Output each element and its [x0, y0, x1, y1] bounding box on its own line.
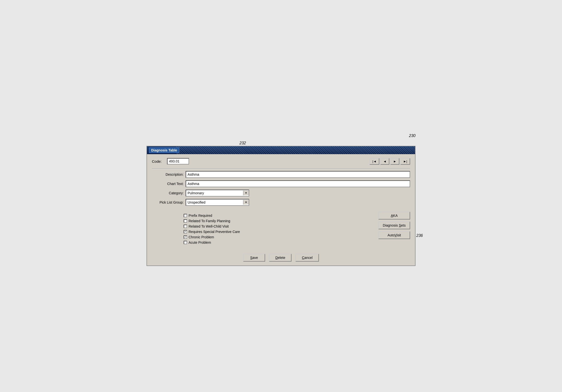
content-area: Prefix Required Related To Family Planni… [152, 210, 410, 246]
chart-text-input[interactable] [186, 180, 410, 187]
description-input[interactable] [186, 171, 410, 178]
description-label: Description: [152, 173, 184, 177]
pick-list-row: Pick List Group: Unspecified ▼ [152, 199, 410, 206]
dialog-body: Code: |◄ ◄ ► ►| Description: Chart Text: [147, 154, 415, 265]
chart-text-row: Chart Text: [152, 180, 410, 187]
category-row: Category: Pulmonary ▼ [152, 190, 410, 196]
save-label: Save [250, 256, 258, 260]
code-input[interactable] [167, 158, 189, 165]
category-label: Category: [152, 191, 184, 195]
pick-list-dropdown-arrow[interactable]: ▼ [243, 200, 249, 204]
left-content: Prefix Required Related To Family Planni… [152, 210, 375, 246]
checkbox-acute-problem-label: Acute Problem [188, 240, 211, 244]
diagnosis-sets-label: Diagnosis Sets [383, 223, 406, 227]
chart-text-label: Chart Text: [152, 182, 184, 186]
aka-label: AKA [391, 214, 398, 217]
pick-list-select[interactable]: Unspecified ▼ [186, 199, 249, 206]
checkbox-acute-problem-box[interactable] [184, 241, 187, 244]
checkbox-chronic-problem[interactable]: Chronic Problem [184, 235, 375, 239]
checkbox-chronic-problem-box[interactable] [184, 235, 187, 239]
nav-next-button[interactable]: ► [390, 158, 399, 165]
bottom-buttons: Save Delete Cancel [152, 252, 410, 261]
checkbox-related-well-child-label: Related To Well-Child Visit [188, 224, 229, 228]
description-row: Description: [152, 171, 410, 178]
checkbox-related-family[interactable]: Related To Family Planning [184, 219, 375, 223]
pick-list-value: Unspecified [186, 199, 243, 205]
checkbox-related-family-label: Related To Family Planning [188, 219, 230, 223]
save-button[interactable]: Save [243, 254, 265, 261]
checkbox-related-well-child[interactable]: Related To Well-Child Visit [184, 224, 375, 228]
checkbox-prefix-required[interactable]: Prefix Required [184, 214, 375, 217]
nav-prev-button[interactable]: ◄ [380, 158, 389, 165]
separator [152, 169, 410, 169]
checkbox-requires-preventive-label: Requires Special Preventive Care [188, 230, 240, 234]
nav-first-button[interactable]: |◄ [370, 158, 379, 165]
delete-label: Delete [275, 256, 285, 260]
page-container: 230 234 232 Diagnosis Table Code: |◄ ◄ ►… [146, 126, 416, 266]
category-select[interactable]: Pulmonary ▼ [186, 190, 249, 196]
annotation-230: 230 [409, 134, 416, 138]
checkbox-chronic-problem-label: Chronic Problem [188, 235, 214, 239]
top-row: Code: |◄ ◄ ► ►| [152, 158, 410, 165]
auto-visit-button[interactable]: AutoVisit [378, 231, 410, 239]
annotation-232: 232 [239, 141, 246, 145]
checkbox-related-well-child-box[interactable] [184, 225, 187, 228]
annotation-236: 236 [416, 233, 423, 238]
checkbox-prefix-required-label: Prefix Required [188, 214, 212, 217]
diagnosis-table-dialog: Diagnosis Table Code: |◄ ◄ ► ►| Descript… [146, 146, 416, 266]
checkbox-prefix-required-box[interactable] [184, 214, 187, 217]
cancel-label: Cancel [302, 256, 313, 260]
auto-visit-label: AutoVisit [387, 233, 401, 237]
checkboxes-section: Prefix Required Related To Family Planni… [152, 214, 375, 244]
pick-list-label: Pick List Group: [152, 200, 184, 204]
nav-last-button[interactable]: ►| [400, 158, 410, 165]
dialog-title: Diagnosis Table [149, 148, 179, 153]
nav-buttons: |◄ ◄ ► ►| [370, 158, 410, 165]
diagnosis-sets-button[interactable]: Diagnosis Sets [378, 221, 410, 229]
dialog-titlebar: Diagnosis Table [147, 146, 415, 154]
category-dropdown-arrow[interactable]: ▼ [243, 191, 249, 195]
checkbox-requires-preventive-box[interactable] [184, 230, 187, 233]
checkbox-requires-preventive[interactable]: Requires Special Preventive Care [184, 230, 375, 234]
checkbox-acute-problem[interactable]: Acute Problem [184, 240, 375, 244]
code-label: Code: [152, 159, 164, 164]
checkbox-related-family-box[interactable] [184, 219, 187, 223]
delete-button[interactable]: Delete [269, 254, 292, 261]
side-buttons: AKA Diagnosis Sets AutoVisit [378, 212, 410, 246]
category-value: Pulmonary [186, 190, 243, 196]
aka-button[interactable]: AKA [378, 212, 410, 219]
cancel-button[interactable]: Cancel [295, 254, 319, 261]
